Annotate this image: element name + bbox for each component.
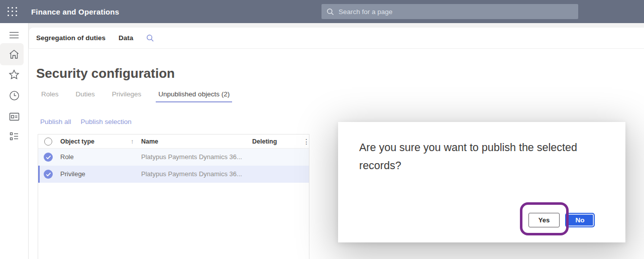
column-header-deleting[interactable]: Deleting	[252, 138, 277, 145]
breadcrumb-primary[interactable]: Segregation of duties	[36, 34, 105, 42]
unpublished-objects-grid: Object type ↑ Name Deleting ⋮ Role Platy…	[38, 134, 309, 259]
recent-clock-icon[interactable]	[0, 87, 28, 103]
left-sidebar	[0, 23, 29, 259]
publish-confirmation-dialog: Are you sure you want to publish the sel…	[338, 122, 625, 242]
search-icon	[327, 8, 334, 16]
cell-object-type: Role	[60, 153, 74, 161]
no-button[interactable]: No	[565, 213, 595, 227]
tab-strip: Roles Duties Privileges Unpublished obje…	[39, 90, 232, 102]
breadcrumb-data[interactable]: Data	[119, 34, 133, 42]
workspaces-icon[interactable]	[0, 108, 28, 124]
app-title: Finance and Operations	[31, 8, 119, 16]
search-input[interactable]	[339, 8, 573, 16]
modules-list-icon[interactable]	[0, 128, 28, 144]
grid-action-bar: Publish all Publish selection	[40, 118, 132, 125]
table-row-privilege[interactable]: Privilege Platypus Payments Dynamics 36.…	[38, 166, 309, 183]
home-icon[interactable]	[0, 46, 28, 62]
tab-duties[interactable]: Duties	[73, 90, 97, 102]
publish-all-button[interactable]: Publish all	[40, 118, 71, 125]
row-checked-icon[interactable]	[44, 153, 53, 162]
page-search-box[interactable]	[321, 4, 578, 19]
cell-name: Platypus Payments Dynamics 36...	[141, 153, 242, 161]
breadcrumb-search-icon[interactable]	[146, 34, 154, 42]
top-navbar: Finance and Operations	[0, 0, 644, 23]
app-window: Finance and Operations	[0, 0, 644, 259]
cell-object-type: Privilege	[60, 170, 85, 178]
grid-header-row: Object type ↑ Name Deleting ⋮	[38, 135, 309, 149]
tab-privileges[interactable]: Privileges	[110, 90, 144, 102]
table-row-role[interactable]: Role Platypus Payments Dynamics 36...	[38, 149, 309, 166]
cell-name: Platypus Payments Dynamics 36...	[141, 170, 242, 178]
yes-button[interactable]: Yes	[528, 213, 560, 227]
column-header-name[interactable]: Name	[141, 138, 158, 145]
tab-unpublished-objects[interactable]: Unpublished objects (2)	[156, 90, 232, 102]
dialog-message: Are you sure you want to publish the sel…	[359, 139, 578, 175]
publish-selection-button[interactable]: Publish selection	[81, 118, 132, 125]
more-options-icon[interactable]: ⋮	[303, 137, 310, 146]
menu-icon[interactable]	[0, 27, 28, 43]
favorites-star-icon[interactable]	[0, 66, 28, 82]
select-all-checkbox[interactable]	[44, 138, 52, 146]
sort-ascending-icon: ↑	[131, 138, 134, 145]
tab-roles[interactable]: Roles	[39, 90, 61, 102]
page-title: Security configuration	[36, 66, 175, 81]
column-header-object-type[interactable]: Object type	[60, 138, 94, 145]
app-launcher-icon[interactable]	[7, 6, 18, 17]
row-checked-icon[interactable]	[44, 170, 53, 179]
breadcrumb-bar: Segregation of duties Data	[29, 28, 644, 49]
